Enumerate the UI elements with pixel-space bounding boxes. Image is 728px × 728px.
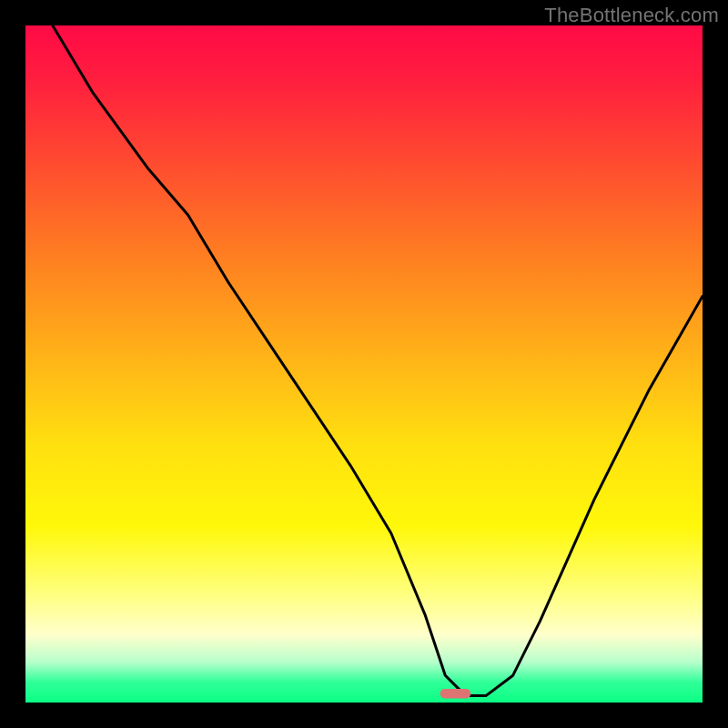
watermark-text: TheBottleneck.com	[544, 4, 719, 27]
plot-area	[25, 25, 703, 703]
optimum-marker	[440, 689, 471, 698]
chart-svg	[25, 25, 703, 703]
chart-container: TheBottleneck.com	[0, 0, 728, 728]
bottleneck-curve	[53, 25, 703, 696]
